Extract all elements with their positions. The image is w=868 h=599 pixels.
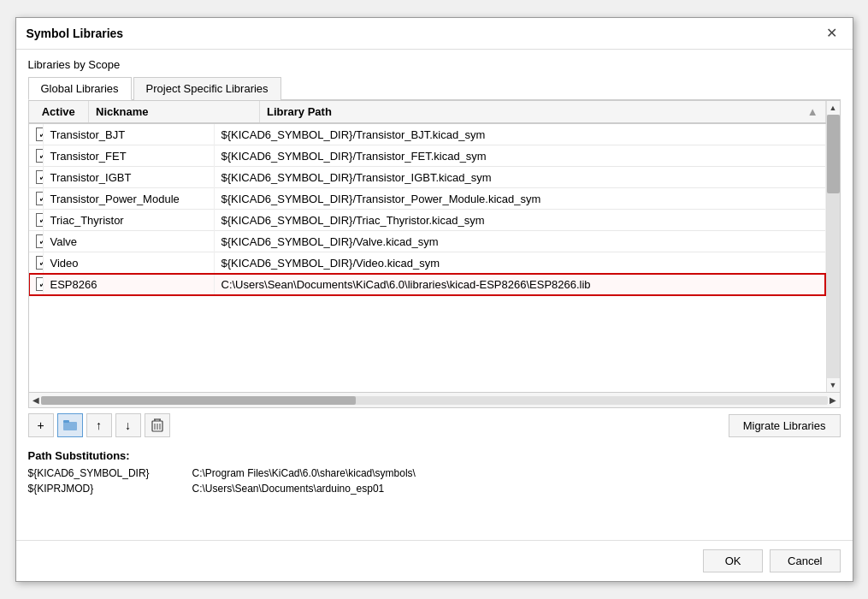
scroll-track[interactable] — [827, 115, 840, 378]
scroll-left-icon[interactable]: ◀ — [31, 395, 41, 405]
tab-bar: Global Libraries Project Specific Librar… — [28, 76, 841, 100]
table-row[interactable]: ✓Video${KICAD6_SYMBOL_DIR}/Video.kicad_s… — [29, 252, 826, 274]
active-cell[interactable]: ✓ — [29, 210, 44, 231]
path-value-kiprjmod: C:\Users\Sean\Documents\arduino_esp01 — [192, 483, 385, 495]
table-row[interactable]: ✓Transistor_Power_Module${KICAD6_SYMBOL_… — [29, 188, 826, 210]
active-cell[interactable]: ✓ — [29, 231, 44, 252]
tab-project[interactable]: Project Specific Libraries — [133, 77, 281, 100]
table-header-row: Active Nickname Library Path ▲ — [29, 101, 826, 123]
active-cell[interactable]: ✓ — [29, 124, 44, 145]
move-up-button[interactable]: ↑ — [86, 413, 112, 437]
active-cell[interactable]: ✓ — [29, 252, 44, 274]
vertical-scrollbar[interactable]: ▲ ▼ — [826, 101, 840, 392]
nickname-cell: Triac_Thyristor — [43, 210, 214, 231]
dialog-title: Symbol Libraries — [27, 27, 124, 40]
active-cell[interactable]: ✓ — [29, 145, 44, 167]
table-row[interactable]: ✓ESP8266C:\Users\Sean\Documents\KiCad\6.… — [29, 274, 826, 295]
path-value-kicad6: C:\Program Files\KiCad\6.0\share\kicad\s… — [192, 467, 416, 479]
tab-global[interactable]: Global Libraries — [28, 77, 132, 100]
checkbox-icon[interactable]: ✓ — [36, 192, 44, 205]
title-bar: Symbol Libraries ✕ — [16, 18, 853, 50]
nickname-cell: ESP8266 — [43, 274, 214, 295]
toolbar: + ↑ ↓ Migrate Libra — [28, 408, 841, 442]
table-scroll-area[interactable]: ✓Transistor_BJT${KICAD6_SYMBOL_DIR}/Tran… — [29, 124, 826, 392]
checkbox-icon[interactable]: ✓ — [36, 128, 44, 141]
nickname-cell: Transistor_IGBT — [43, 167, 214, 188]
horizontal-scrollbar[interactable]: ◀ ▶ — [29, 392, 840, 407]
dialog-body: Libraries by Scope Global Libraries Proj… — [16, 50, 853, 540]
path-substitutions-section: Path Substitutions: ${KICAD6_SYMBOL_DIR}… — [28, 449, 841, 498]
cancel-button[interactable]: Cancel — [770, 549, 840, 572]
scope-label: Libraries by Scope — [28, 58, 841, 71]
checkbox-icon[interactable]: ✓ — [36, 256, 44, 270]
trash-icon — [151, 418, 163, 432]
ok-button[interactable]: OK — [703, 549, 763, 572]
svg-rect-0 — [63, 422, 77, 430]
checkbox-icon[interactable]: ✓ — [36, 277, 44, 291]
path-cell: ${KICAD6_SYMBOL_DIR}/Video.kicad_sym — [214, 252, 825, 274]
path-row-kiprjmod: ${KIPRJMOD} C:\Users\Sean\Documents\ardu… — [28, 483, 841, 495]
scroll-right-icon[interactable]: ▶ — [828, 395, 838, 405]
nickname-cell: Transistor_FET — [43, 145, 214, 167]
nickname-cell: Transistor_BJT — [43, 124, 214, 145]
add-library-button[interactable]: + — [28, 413, 54, 437]
library-table-container: Active Nickname Library Path ▲ — [28, 100, 841, 408]
folder-icon — [63, 418, 77, 432]
checkbox-icon[interactable]: ✓ — [36, 234, 44, 248]
path-row-kicad6: ${KICAD6_SYMBOL_DIR} C:\Program Files\Ki… — [28, 467, 841, 479]
active-cell[interactable]: ✓ — [29, 274, 44, 295]
table-row[interactable]: ✓Valve${KICAD6_SYMBOL_DIR}/Valve.kicad_s… — [29, 231, 826, 252]
col-active: Active — [29, 101, 89, 123]
path-cell: ${KICAD6_SYMBOL_DIR}/Triac_Thyristor.kic… — [214, 210, 825, 231]
nickname-cell: Transistor_Power_Module — [43, 188, 214, 210]
table-row[interactable]: ✓Transistor_BJT${KICAD6_SYMBOL_DIR}/Tran… — [29, 124, 826, 145]
table-row[interactable]: ✓Transistor_FET${KICAD6_SYMBOL_DIR}/Tran… — [29, 145, 826, 167]
col-library-path: Library Path ▲ — [260, 101, 826, 123]
scroll-thumb[interactable] — [827, 115, 840, 193]
migrate-libraries-button[interactable]: Migrate Libraries — [729, 414, 841, 437]
hscroll-track[interactable] — [41, 396, 828, 405]
checkbox-icon[interactable]: ✓ — [36, 170, 44, 184]
path-key-kiprjmod: ${KIPRJMOD} — [28, 483, 182, 495]
close-button[interactable]: ✕ — [821, 25, 842, 42]
active-cell[interactable]: ✓ — [29, 188, 44, 210]
col-nickname: Nickname — [89, 101, 260, 123]
path-cell: ${KICAD6_SYMBOL_DIR}/Transistor_BJT.kica… — [214, 124, 825, 145]
checkbox-icon[interactable]: ✓ — [36, 213, 44, 227]
path-cell: ${KICAD6_SYMBOL_DIR}/Transistor_Power_Mo… — [214, 188, 825, 210]
sort-arrow-icon: ▲ — [807, 105, 818, 118]
scroll-up-icon[interactable]: ▲ — [830, 101, 837, 115]
hscroll-thumb[interactable] — [41, 396, 356, 405]
path-substitutions-title: Path Substitutions: — [28, 449, 841, 462]
path-cell: ${KICAD6_SYMBOL_DIR}/Valve.kicad_sym — [214, 231, 825, 252]
svg-rect-1 — [63, 420, 69, 423]
table-row[interactable]: ✓Triac_Thyristor${KICAD6_SYMBOL_DIR}/Tri… — [29, 210, 826, 231]
add-folder-button[interactable] — [57, 413, 83, 437]
dialog-footer: OK Cancel — [16, 540, 853, 581]
checkbox-icon[interactable]: ✓ — [36, 149, 44, 163]
scroll-down-icon[interactable]: ▼ — [830, 378, 837, 392]
table-row[interactable]: ✓Transistor_IGBT${KICAD6_SYMBOL_DIR}/Tra… — [29, 167, 826, 188]
path-key-kicad6: ${KICAD6_SYMBOL_DIR} — [28, 467, 182, 479]
path-cell: ${KICAD6_SYMBOL_DIR}/Transistor_FET.kica… — [214, 145, 825, 167]
path-cell: ${KICAD6_SYMBOL_DIR}/Transistor_IGBT.kic… — [214, 167, 825, 188]
active-cell[interactable]: ✓ — [29, 167, 44, 188]
path-cell: C:\Users\Sean\Documents\KiCad\6.0\librar… — [214, 274, 825, 295]
move-down-button[interactable]: ↓ — [115, 413, 141, 437]
nickname-cell: Valve — [43, 231, 214, 252]
symbol-libraries-dialog: Symbol Libraries ✕ Libraries by Scope Gl… — [15, 17, 853, 582]
delete-library-button[interactable] — [145, 413, 170, 437]
nickname-cell: Video — [43, 252, 214, 274]
